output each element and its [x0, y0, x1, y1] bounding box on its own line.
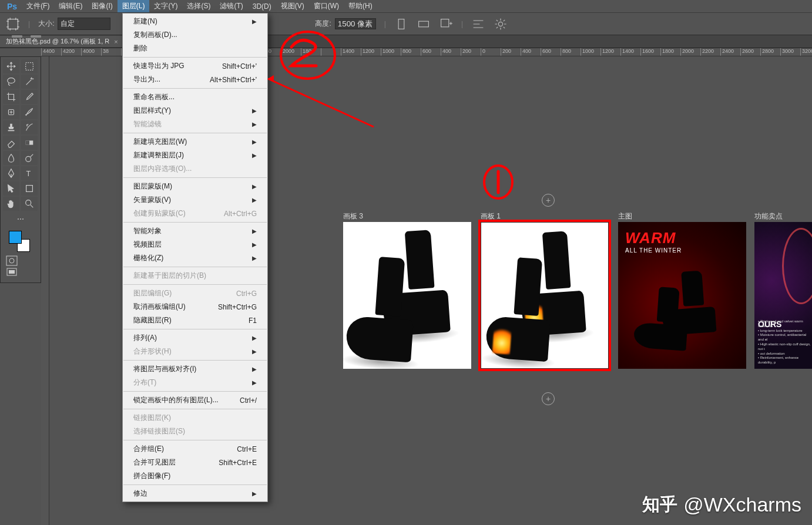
eraser-tool-icon[interactable]	[3, 136, 19, 150]
menu-item-合并组E[interactable]: 合并组(E)Ctrl+E	[123, 442, 267, 456]
lasso-tool-icon[interactable]	[3, 75, 19, 89]
quick-mask-icon[interactable]	[3, 255, 20, 266]
menu-item-新建调整图层J[interactable]: 新建调整图层(J)▶	[123, 149, 267, 162]
menu-item-矢量蒙版V[interactable]: 矢量蒙版(V)▶	[123, 193, 267, 207]
svg-point-4	[498, 22, 502, 26]
menu-item-合并可见图层[interactable]: 合并可见图层Shift+Ctrl+E	[123, 456, 267, 469]
healing-brush-tool-icon[interactable]	[3, 105, 19, 119]
annotation-2	[268, 27, 385, 146]
marquee-tool-icon[interactable]	[21, 59, 38, 73]
panel-drag-handles	[0, 35, 41, 38]
menu-item-视频图层[interactable]: 视频图层▶	[123, 238, 267, 251]
eyedropper-tool-icon[interactable]	[21, 90, 38, 104]
menu-item-图层蒙版M[interactable]: 图层蒙版(M)▶	[123, 180, 267, 193]
menu-item-重命名画板[interactable]: 重命名画板...	[123, 90, 267, 104]
foreground-color-swatch[interactable]	[9, 231, 22, 244]
orientation-landscape-icon[interactable]	[417, 17, 431, 31]
crop-tool-icon[interactable]	[3, 90, 19, 104]
menu-item-锁定画板中的所有图层L[interactable]: 锁定画板中的所有图层(L)...Ctrl+/	[123, 393, 267, 407]
pen-tool-icon[interactable]	[3, 166, 19, 180]
svg-rect-2	[419, 21, 429, 27]
menu-item-取消画板编组U[interactable]: 取消画板编组(U)Shift+Ctrl+G	[123, 300, 267, 314]
menu-item-将图层与画板对齐I[interactable]: 将图层与画板对齐(I)▶	[123, 362, 267, 376]
menu-item-新建填充图层W[interactable]: 新建填充图层(W)▶	[123, 135, 267, 149]
shape-tool-icon[interactable]	[21, 181, 38, 196]
artboard-main[interactable]: WARM ALL THE WINTER	[618, 222, 746, 369]
magic-wand-tool-icon[interactable]	[21, 75, 38, 89]
svg-line-19	[268, 79, 374, 127]
svg-rect-1	[398, 19, 404, 29]
more-tools-icon[interactable]: ⋯	[12, 212, 29, 226]
menu-item-隐藏图层R[interactable]: 隐藏图层(R)F1	[123, 314, 267, 327]
stamp-tool-icon[interactable]	[3, 120, 19, 134]
menu-item-复制画板D[interactable]: 复制画板(D)...	[123, 28, 267, 42]
add-artboard-icon[interactable]	[439, 17, 453, 31]
menu-edit[interactable]: 编辑(E)	[54, 0, 87, 12]
menu-item-排列A[interactable]: 排列(A)▶	[123, 331, 267, 345]
size-select[interactable]: 自定	[58, 18, 110, 30]
menu-item-选择链接图层S: 选择链接图层(S)	[123, 425, 267, 438]
artboard-label-main[interactable]: 主图	[618, 211, 632, 221]
artboard-features[interactable]: OURS Thickened and velvet warm socks, 36…	[754, 222, 812, 369]
artboard-tool-icon[interactable]	[6, 17, 20, 31]
menu-type[interactable]: 文字(Y)	[149, 0, 182, 12]
annotation-1	[481, 163, 522, 206]
menu-select[interactable]: 选择(S)	[182, 0, 215, 12]
svg-point-10	[26, 156, 31, 161]
add-artboard-above-icon[interactable]: +	[542, 194, 555, 207]
blur-tool-icon[interactable]	[3, 151, 19, 165]
menu-3d[interactable]: 3D(D)	[248, 1, 276, 12]
screen-mode-icon[interactable]	[3, 267, 20, 278]
menu-help[interactable]: 帮助(H)	[344, 0, 377, 12]
menu-item-智能对象[interactable]: 智能对象▶	[123, 224, 267, 238]
path-select-tool-icon[interactable]	[3, 181, 19, 196]
artboard-1[interactable]	[481, 222, 609, 369]
artboard-label-3[interactable]: 画板 3	[343, 211, 363, 221]
menu-item-合并形状H: 合并形状(H)▶	[123, 345, 267, 358]
hand-tool-icon[interactable]	[3, 197, 19, 211]
move-tool-icon[interactable]	[3, 59, 19, 73]
watermark-logo: 知乎	[642, 493, 677, 517]
align-icon[interactable]	[471, 17, 485, 31]
dodge-tool-icon[interactable]	[21, 151, 38, 165]
artboard-label-features[interactable]: 功能卖点	[754, 211, 783, 221]
menu-view[interactable]: 视图(V)	[276, 0, 309, 12]
menu-item-栅格化Z[interactable]: 栅格化(Z)▶	[123, 251, 267, 265]
artboard-label-1[interactable]: 画板 1	[481, 211, 501, 221]
brush-tool-icon[interactable]	[21, 105, 38, 119]
menu-filter[interactable]: 滤镜(T)	[215, 0, 247, 12]
orientation-portrait-icon[interactable]	[394, 17, 408, 31]
type-tool-icon[interactable]: T	[21, 166, 38, 180]
menu-bar: Ps 文件(F) 编辑(E) 图像(I) 图层(L) 文字(Y) 选择(S) 滤…	[0, 0, 812, 13]
menu-image[interactable]: 图像(I)	[87, 0, 117, 12]
menu-item-链接图层K: 链接图层(K)	[123, 411, 267, 425]
warm-title: WARM	[618, 222, 746, 247]
settings-icon[interactable]	[494, 17, 508, 31]
svg-text:T: T	[26, 170, 31, 178]
layer-menu-dropdown: 新建(N)▶复制画板(D)...删除快速导出为 JPGShift+Ctrl+'导…	[122, 13, 268, 502]
menu-layer[interactable]: 图层(L)	[118, 0, 150, 12]
zoom-tool-icon[interactable]	[21, 197, 38, 211]
artboard-3[interactable]	[343, 222, 471, 369]
menu-window[interactable]: 窗口(W)	[309, 0, 344, 12]
menu-item-创建剪贴蒙版C: 创建剪贴蒙版(C)Alt+Ctrl+G	[123, 207, 267, 220]
menu-file[interactable]: 文件(F)	[22, 0, 54, 12]
menu-item-新建N[interactable]: 新建(N)▶	[123, 15, 267, 28]
close-icon[interactable]: ×	[114, 38, 118, 45]
menu-item-图层编组G: 图层编组(G)Ctrl+G	[123, 287, 267, 300]
gradient-tool-icon[interactable]	[21, 136, 38, 150]
app-logo: Ps	[2, 2, 22, 11]
menu-item-导出为[interactable]: 导出为...Alt+Shift+Ctrl+'	[123, 73, 267, 86]
menu-item-删除[interactable]: 删除	[123, 42, 267, 55]
menu-item-拼合图像F[interactable]: 拼合图像(F)	[123, 469, 267, 483]
tool-panel: T ⋯	[0, 56, 41, 283]
add-artboard-below-icon[interactable]: +	[542, 392, 555, 405]
history-brush-tool-icon[interactable]	[21, 120, 38, 134]
svg-rect-14	[6, 256, 17, 265]
menu-item-修边[interactable]: 修边▶	[123, 487, 267, 500]
svg-rect-0	[8, 19, 18, 29]
menu-item-图层样式Y[interactable]: 图层样式(Y)▶	[123, 104, 267, 117]
document-tab-title: 加热袜黑色.psd @ 16.7% (画板 1, R	[6, 37, 109, 46]
menu-item-快速导出为JPG[interactable]: 快速导出为 JPGShift+Ctrl+'	[123, 59, 267, 73]
color-swatches[interactable]	[3, 227, 38, 254]
